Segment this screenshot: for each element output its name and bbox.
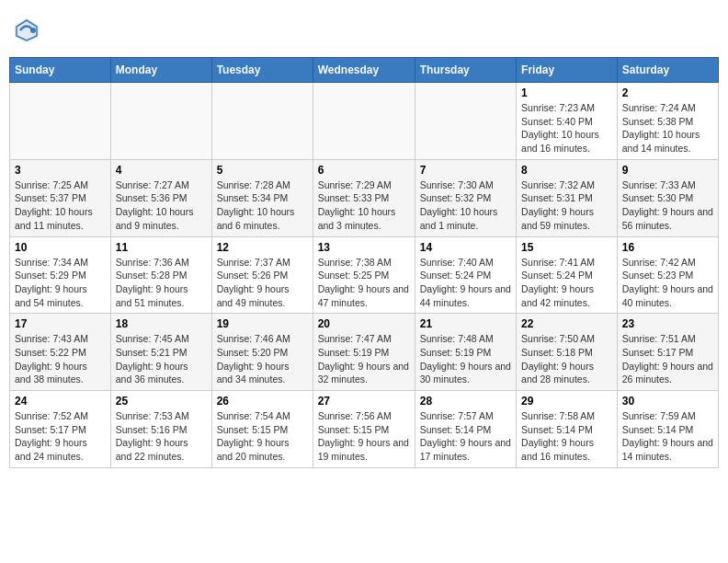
day-info: Sunrise: 7:30 AM Sunset: 5:32 PM Dayligh… (420, 178, 511, 233)
col-header-wednesday: Wednesday (313, 58, 415, 83)
day-cell (110, 83, 211, 160)
day-info: Sunrise: 7:57 AM Sunset: 5:14 PM Dayligh… (420, 409, 511, 464)
day-info: Sunrise: 7:34 AM Sunset: 5:29 PM Dayligh… (15, 256, 106, 310)
day-number: 14 (420, 241, 511, 254)
day-info: Sunrise: 7:38 AM Sunset: 5:25 PM Dayligh… (318, 256, 410, 310)
day-cell: 7Sunrise: 7:30 AM Sunset: 5:32 PM Daylig… (415, 159, 516, 236)
day-info: Sunrise: 7:28 AM Sunset: 5:34 PM Dayligh… (217, 178, 308, 233)
day-cell: 2Sunrise: 7:24 AM Sunset: 5:38 PM Daylig… (617, 83, 718, 160)
week-row-5: 24Sunrise: 7:52 AM Sunset: 5:17 PM Dayli… (10, 391, 719, 468)
day-info: Sunrise: 7:56 AM Sunset: 5:15 PM Dayligh… (318, 409, 410, 464)
day-cell: 26Sunrise: 7:54 AM Sunset: 5:15 PM Dayli… (211, 391, 313, 468)
day-number: 10 (15, 241, 106, 254)
week-row-4: 17Sunrise: 7:43 AM Sunset: 5:22 PM Dayli… (10, 314, 719, 391)
day-info: Sunrise: 7:53 AM Sunset: 5:16 PM Dayligh… (116, 409, 207, 464)
day-cell: 3Sunrise: 7:25 AM Sunset: 5:37 PM Daylig… (10, 159, 111, 236)
day-cell: 17Sunrise: 7:43 AM Sunset: 5:22 PM Dayli… (10, 314, 111, 391)
day-info: Sunrise: 7:42 AM Sunset: 5:23 PM Dayligh… (622, 256, 713, 310)
week-row-1: 1Sunrise: 7:23 AM Sunset: 5:40 PM Daylig… (10, 83, 719, 160)
day-cell: 5Sunrise: 7:28 AM Sunset: 5:34 PM Daylig… (211, 159, 313, 236)
day-number: 26 (217, 395, 308, 408)
svg-point-2 (30, 28, 36, 33)
day-number: 29 (521, 395, 612, 408)
day-info: Sunrise: 7:58 AM Sunset: 5:14 PM Dayligh… (521, 409, 612, 464)
day-cell: 24Sunrise: 7:52 AM Sunset: 5:17 PM Dayli… (10, 391, 111, 468)
day-number: 9 (622, 164, 713, 177)
day-info: Sunrise: 7:27 AM Sunset: 5:36 PM Dayligh… (116, 178, 207, 233)
day-number: 1 (521, 86, 612, 99)
day-number: 27 (318, 395, 410, 408)
day-number: 19 (217, 317, 308, 330)
day-number: 15 (521, 241, 612, 254)
day-number: 25 (116, 395, 207, 408)
col-header-sunday: Sunday (10, 58, 111, 83)
day-info: Sunrise: 7:33 AM Sunset: 5:30 PM Dayligh… (622, 178, 713, 233)
day-cell: 10Sunrise: 7:34 AM Sunset: 5:29 PM Dayli… (10, 236, 111, 314)
day-info: Sunrise: 7:29 AM Sunset: 5:33 PM Dayligh… (318, 178, 410, 233)
day-number: 22 (521, 317, 612, 330)
day-cell: 14Sunrise: 7:40 AM Sunset: 5:24 PM Dayli… (415, 236, 516, 314)
logo (13, 17, 44, 44)
day-number: 24 (15, 395, 106, 408)
day-info: Sunrise: 7:46 AM Sunset: 5:20 PM Dayligh… (217, 332, 308, 386)
day-cell: 12Sunrise: 7:37 AM Sunset: 5:26 PM Dayli… (211, 236, 313, 314)
day-info: Sunrise: 7:32 AM Sunset: 5:31 PM Dayligh… (521, 178, 612, 233)
day-info: Sunrise: 7:51 AM Sunset: 5:17 PM Dayligh… (622, 332, 713, 386)
col-header-tuesday: Tuesday (211, 58, 313, 83)
day-info: Sunrise: 7:45 AM Sunset: 5:21 PM Dayligh… (116, 332, 207, 386)
day-info: Sunrise: 7:40 AM Sunset: 5:24 PM Dayligh… (420, 256, 511, 310)
day-cell: 28Sunrise: 7:57 AM Sunset: 5:14 PM Dayli… (415, 391, 516, 468)
day-number: 2 (622, 86, 713, 99)
day-cell: 9Sunrise: 7:33 AM Sunset: 5:30 PM Daylig… (617, 159, 718, 236)
day-number: 23 (622, 317, 713, 330)
day-number: 12 (217, 241, 308, 254)
day-info: Sunrise: 7:23 AM Sunset: 5:40 PM Dayligh… (521, 101, 612, 155)
day-number: 11 (116, 241, 207, 254)
day-cell: 13Sunrise: 7:38 AM Sunset: 5:25 PM Dayli… (313, 236, 415, 314)
day-cell: 21Sunrise: 7:48 AM Sunset: 5:19 PM Dayli… (415, 314, 516, 391)
day-number: 18 (116, 317, 207, 330)
day-number: 17 (15, 317, 106, 330)
day-info: Sunrise: 7:25 AM Sunset: 5:37 PM Dayligh… (15, 178, 106, 233)
week-row-2: 3Sunrise: 7:25 AM Sunset: 5:37 PM Daylig… (10, 159, 719, 236)
day-number: 28 (420, 395, 511, 408)
day-cell: 18Sunrise: 7:45 AM Sunset: 5:21 PM Dayli… (110, 314, 211, 391)
day-number: 16 (622, 241, 713, 254)
day-number: 20 (318, 317, 410, 330)
day-info: Sunrise: 7:59 AM Sunset: 5:14 PM Dayligh… (622, 409, 713, 464)
day-cell: 6Sunrise: 7:29 AM Sunset: 5:33 PM Daylig… (313, 159, 415, 236)
day-info: Sunrise: 7:54 AM Sunset: 5:15 PM Dayligh… (217, 409, 308, 464)
day-info: Sunrise: 7:36 AM Sunset: 5:28 PM Dayligh… (116, 256, 207, 310)
day-cell (415, 83, 516, 160)
day-cell: 16Sunrise: 7:42 AM Sunset: 5:23 PM Dayli… (617, 236, 718, 314)
day-number: 3 (15, 164, 106, 177)
col-header-saturday: Saturday (617, 58, 718, 83)
col-header-friday: Friday (517, 58, 618, 83)
calendar-table: SundayMondayTuesdayWednesdayThursdayFrid… (9, 57, 719, 468)
day-info: Sunrise: 7:43 AM Sunset: 5:22 PM Dayligh… (15, 332, 106, 386)
day-info: Sunrise: 7:37 AM Sunset: 5:26 PM Dayligh… (217, 256, 308, 310)
day-cell: 27Sunrise: 7:56 AM Sunset: 5:15 PM Dayli… (313, 391, 415, 468)
day-cell: 1Sunrise: 7:23 AM Sunset: 5:40 PM Daylig… (517, 83, 618, 160)
day-cell: 20Sunrise: 7:47 AM Sunset: 5:19 PM Dayli… (313, 314, 415, 391)
day-info: Sunrise: 7:48 AM Sunset: 5:19 PM Dayligh… (420, 332, 511, 386)
day-number: 8 (521, 164, 612, 177)
day-number: 21 (420, 317, 511, 330)
day-cell: 8Sunrise: 7:32 AM Sunset: 5:31 PM Daylig… (517, 159, 618, 236)
day-cell: 22Sunrise: 7:50 AM Sunset: 5:18 PM Dayli… (517, 314, 618, 391)
day-info: Sunrise: 7:41 AM Sunset: 5:24 PM Dayligh… (521, 256, 612, 310)
day-cell (313, 83, 415, 160)
header-row: SundayMondayTuesdayWednesdayThursdayFrid… (10, 58, 719, 83)
day-cell (10, 83, 111, 160)
day-cell: 23Sunrise: 7:51 AM Sunset: 5:17 PM Dayli… (617, 314, 718, 391)
col-header-monday: Monday (110, 58, 211, 83)
day-cell: 30Sunrise: 7:59 AM Sunset: 5:14 PM Dayli… (617, 391, 718, 468)
header (9, 9, 719, 52)
day-cell (211, 83, 313, 160)
day-cell: 11Sunrise: 7:36 AM Sunset: 5:28 PM Dayli… (110, 236, 211, 314)
day-info: Sunrise: 7:50 AM Sunset: 5:18 PM Dayligh… (521, 332, 612, 386)
day-cell: 4Sunrise: 7:27 AM Sunset: 5:36 PM Daylig… (110, 159, 211, 236)
day-number: 30 (622, 395, 713, 408)
col-header-thursday: Thursday (415, 58, 516, 83)
day-number: 13 (318, 241, 410, 254)
